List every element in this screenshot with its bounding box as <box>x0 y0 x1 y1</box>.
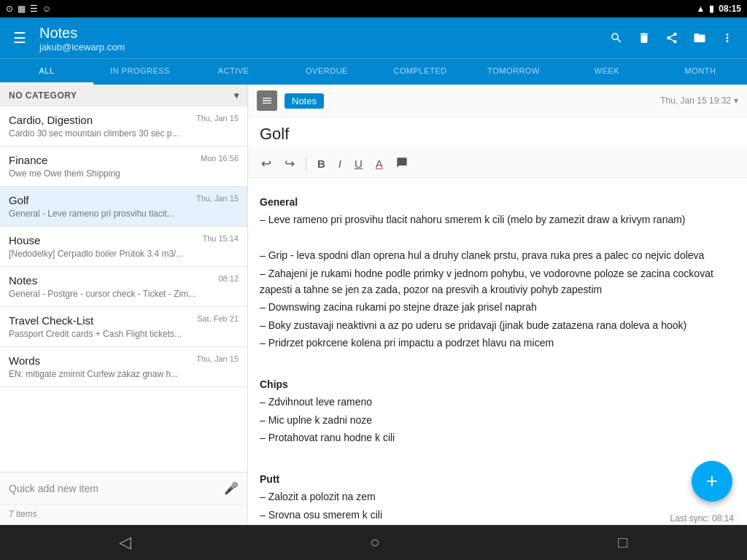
tab-month[interactable]: MONTH <box>654 59 747 85</box>
status-icon-4: ☺ <box>42 4 51 14</box>
search-button[interactable] <box>605 27 627 49</box>
list-item-title: Cardio, Digestion <box>9 114 93 126</box>
list-item-preview: General - Postgre - cursor check - Ticke… <box>9 289 239 299</box>
font-color-button[interactable]: A <box>371 155 387 173</box>
bottom-bar: ◁ ○ □ <box>0 525 747 560</box>
note-date: Thu, Jan 15 19:32 ▾ <box>660 96 738 106</box>
note-section-general: General <box>260 194 735 210</box>
list-item-header: Travel Check-List Sat, Feb 21 <box>9 314 239 327</box>
app-bar-icons <box>605 27 738 49</box>
note-line-6: – Pridrzet pokrcene kolena pri impactu a… <box>260 335 735 351</box>
list-item-travel[interactable]: Travel Check-List Sat, Feb 21 Passport C… <box>0 307 247 347</box>
list-item-preview: EN: mitigate zmirnit Curfew zákaz gnaw h… <box>9 369 239 379</box>
list-item-finance[interactable]: Finance Mon 16:56 Owe me Owe them Shippi… <box>0 147 247 187</box>
redo-button[interactable]: ↪ <box>280 153 299 174</box>
status-bar: ⊙ ▦ ☰ ☺ ▲ ▮ 08:15 <box>0 0 747 18</box>
tab-overdue[interactable]: OVERDUE <box>280 59 374 85</box>
note-section-putt: Putt <box>260 471 735 487</box>
tab-active[interactable]: ACTIVE <box>187 59 280 85</box>
list-item-golf[interactable]: Golf Thu, Jan 15 General - Leve rameno p… <box>0 187 247 227</box>
list-item-cardio[interactable]: Cardio, Digestion Thu, Jan 15 Cardio 30 … <box>0 106 247 147</box>
list-item-title: House <box>9 234 40 246</box>
list-item-title: Finance <box>9 154 47 166</box>
tab-bar: ALL IN PROGRESS ACTIVE OVERDUE COMPLETED… <box>0 58 747 85</box>
tab-week[interactable]: WEEK <box>560 59 654 85</box>
status-time: 08:15 <box>719 4 741 14</box>
list-item-preview: Passport Credit cards + Cash Flight tick… <box>9 329 239 339</box>
folder-button[interactable] <box>689 27 711 49</box>
microphone-icon: 🎤 <box>224 481 239 495</box>
quick-add-label: Quick add new item <box>9 483 98 494</box>
list-item-date: Thu, Jan 15 <box>196 114 239 122</box>
list-item-notes[interactable]: Notes 08:12 General - Postgre - cursor c… <box>0 267 247 307</box>
note-title-bar: Golf <box>248 117 747 150</box>
underline-button[interactable]: U <box>350 155 367 173</box>
note-title: Golf <box>260 125 289 143</box>
recents-button[interactable]: □ <box>612 527 633 558</box>
note-line-2: – Grip - leva spodni dlan oprena hul a d… <box>260 247 735 263</box>
list-item-preview: [Nedodelky] Cerpadlo boiler Prútok 3.4 m… <box>9 249 239 259</box>
list-item-header: Cardio, Digestion Thu, Jan 15 <box>9 114 239 126</box>
bold-button[interactable]: B <box>313 155 330 173</box>
note-chevron-icon: ▾ <box>734 96 738 106</box>
category-header[interactable]: NO CATEGORY ▾ <box>0 85 247 106</box>
wifi-icon: ▲ <box>696 4 705 14</box>
note-line-10: – Zalozit a polozit na zem <box>260 489 735 505</box>
list-item-title: Notes <box>9 274 37 287</box>
tab-all[interactable]: ALL <box>0 59 93 85</box>
hamburger-menu-button[interactable]: ☰ <box>9 25 31 51</box>
note-line-4: – Downswing zacina rukami po stejne draz… <box>260 299 735 315</box>
list-item-header: Golf Thu, Jan 15 <box>9 194 239 206</box>
delete-button[interactable] <box>633 27 655 49</box>
app-bar: ☰ Notes jakub@icewarp.com <box>0 18 747 58</box>
note-header-left: Notes <box>257 90 324 111</box>
list-item-header: Finance Mon 16:56 <box>9 154 239 166</box>
list-item-header: Notes 08:12 <box>9 274 239 287</box>
battery-icon: ▮ <box>709 4 714 14</box>
last-sync: Last sync: 08:14 <box>666 512 738 525</box>
list-item-title: Travel Check-List <box>9 314 93 327</box>
tab-in-progress[interactable]: IN PROGRESS <box>93 59 187 85</box>
category-label: NO CATEGORY <box>9 90 77 101</box>
more-options-button[interactable] <box>716 27 738 49</box>
left-panel: NO CATEGORY ▾ Cardio, Digestion Thu, Jan… <box>0 85 248 524</box>
home-button[interactable]: ○ <box>364 527 385 558</box>
list-items: Cardio, Digestion Thu, Jan 15 Cardio 30 … <box>0 106 247 472</box>
list-item-header: Words Thu, Jan 15 <box>9 354 239 367</box>
back-button[interactable]: ◁ <box>113 527 137 558</box>
note-tab-label[interactable]: Notes <box>285 93 324 109</box>
share-button[interactable] <box>661 27 683 49</box>
tab-tomorrow[interactable]: TOMORROW <box>467 59 560 85</box>
category-chevron-icon: ▾ <box>234 90 239 101</box>
note-section-chips: Chips <box>260 376 735 392</box>
note-line-9: – Protahovat ranu hodne k cili <box>260 429 735 446</box>
comment-button[interactable] <box>392 154 412 174</box>
note-line-1: – Leve rameno pri prosvihu tlacit nahoru… <box>260 211 735 228</box>
italic-button[interactable]: I <box>334 155 346 173</box>
note-toolbar: ↩ ↪ B I U A <box>248 150 747 178</box>
list-item-words[interactable]: Words Thu, Jan 15 EN: mitigate zmirnit C… <box>0 347 247 387</box>
note-line-7: – Zdvihnout leve rameno <box>260 394 735 410</box>
item-count: 7 items <box>0 504 247 524</box>
list-item-date: Thu 15:14 <box>202 234 239 243</box>
list-item-title: Words <box>9 354 40 367</box>
app-bar-title: Notes jakub@icewarp.com <box>39 24 597 52</box>
status-bar-left: ⊙ ▦ ☰ ☺ <box>6 4 51 14</box>
app-user: jakub@icewarp.com <box>39 42 597 52</box>
right-panel: Notes Thu, Jan 15 19:32 ▾ Golf ↩ ↪ B I U… <box>248 85 747 524</box>
list-item-header: House Thu 15:14 <box>9 234 239 246</box>
note-date-text: Thu, Jan 15 19:32 <box>660 96 731 106</box>
list-item-date: Thu, Jan 15 <box>196 354 239 363</box>
tab-completed[interactable]: COMPLETED <box>374 59 467 85</box>
fab-add-button[interactable]: + <box>692 461 732 502</box>
quick-add[interactable]: Quick add new item 🎤 <box>0 472 247 504</box>
list-item-title: Golf <box>9 194 29 206</box>
note-line-3: – Zahajeni je rukami hodne podle primky … <box>260 265 735 298</box>
list-item-preview: Cardio 30 sec mountain climbers 30 sec p… <box>9 128 239 139</box>
note-body: General – Leve rameno pri prosvihu tlaci… <box>248 178 747 524</box>
undo-button[interactable]: ↩ <box>257 153 276 174</box>
main-content: NO CATEGORY ▾ Cardio, Digestion Thu, Jan… <box>0 85 747 524</box>
list-item-date: Thu, Jan 15 <box>196 194 239 203</box>
list-item-house[interactable]: House Thu 15:14 [Nedodelky] Cerpadlo boi… <box>0 227 247 267</box>
note-line-8: – Mic uplne k zadni noze <box>260 412 735 428</box>
